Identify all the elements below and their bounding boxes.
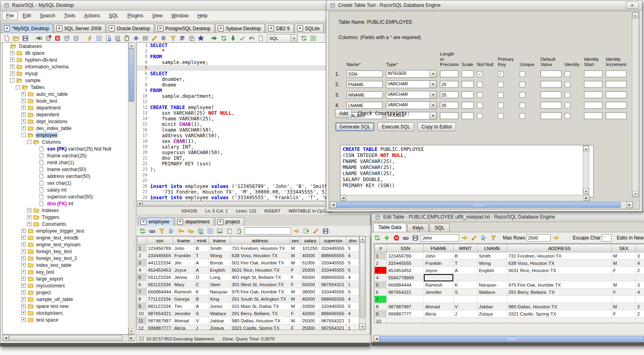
expand-icon[interactable]: +	[21, 92, 26, 96]
cell[interactable]: King	[208, 295, 230, 303]
row-number[interactable]: 8	[137, 295, 147, 303]
column-name-input[interactable]	[347, 102, 383, 109]
cell[interactable]: 1	[347, 281, 359, 288]
column-header-minit[interactable]: minit	[194, 237, 208, 245]
max-rows-input[interactable]	[526, 234, 551, 241]
tree-item-hyphen-db-test[interactable]: +hyphen-db-test	[3, 56, 128, 63]
delete-row-icon[interactable]	[392, 233, 400, 242]
close-tab-icon[interactable]: ✕	[109, 25, 115, 31]
cell[interactable]: Alicia	[424, 310, 453, 318]
cell[interactable]: Ahmad	[424, 303, 453, 310]
cell-partial[interactable]	[636, 274, 644, 281]
cell[interactable]	[477, 274, 507, 281]
cell-partial[interactable]: 3	[636, 252, 644, 260]
expand-icon[interactable]: +	[10, 71, 14, 76]
tree-item-foreign-key-test-2[interactable]: +foreign_key_test_2	[3, 255, 128, 262]
execute-sql-button[interactable]: Execute SQL	[378, 122, 414, 131]
menu-window[interactable]: Window	[167, 11, 193, 20]
cell[interactable]: 123456789	[387, 252, 424, 260]
cell[interactable]: F	[290, 266, 301, 274]
default-value-input[interactable]	[541, 91, 561, 98]
expand-icon[interactable]: +	[21, 304, 26, 308]
execute-icon[interactable]	[210, 34, 219, 43]
row-marker[interactable]: 2	[375, 260, 387, 267]
identity-checkbox[interactable]	[565, 82, 570, 87]
cell[interactable]: 987654321	[320, 324, 347, 330]
cell-partial[interactable]	[636, 296, 644, 303]
cell[interactable]: M	[290, 288, 301, 295]
identity-checkbox[interactable]	[565, 103, 570, 108]
cell[interactable]: Jabbar	[477, 303, 507, 310]
scroll-down-icon[interactable]: ▼	[359, 324, 365, 330]
identity-start-input[interactable]	[584, 102, 603, 109]
tree-vscroll-thumb[interactable]	[129, 49, 134, 102]
menu-actions[interactable]: Actions	[80, 11, 104, 20]
cell[interactable]: 25000	[301, 324, 320, 330]
tree-hscroll-thumb[interactable]	[9, 335, 122, 341]
column-type-select[interactable]: VARCHAR▼	[386, 91, 437, 99]
cell[interactable]: Jones	[208, 303, 230, 310]
chevron-down-icon[interactable]: ▼	[429, 91, 436, 98]
scroll-down-icon[interactable]: ▼	[128, 328, 134, 334]
open-file-icon[interactable]	[12, 34, 20, 43]
cell[interactable]: 333445555	[387, 260, 424, 267]
row-marker[interactable]: 5	[375, 281, 387, 289]
column-name-input[interactable]	[347, 81, 383, 88]
tree-hscrollbar[interactable]: ◀ ▶	[2, 334, 135, 341]
not-null-checkbox[interactable]	[477, 82, 483, 87]
cell-partial[interactable]: 4	[636, 289, 644, 296]
expand-icon[interactable]: +	[21, 249, 26, 254]
cell[interactable]: A	[453, 267, 477, 274]
primary-key-checkbox[interactable]	[498, 103, 504, 108]
edit-tab-sql[interactable]: SQL	[429, 223, 450, 232]
cell[interactable]	[453, 274, 477, 281]
cell[interactable]: Jabbar	[208, 317, 230, 324]
row-number[interactable]: 11	[137, 317, 147, 324]
cell[interactable]: F	[612, 289, 636, 296]
cell[interactable]: 5	[347, 266, 359, 274]
expand-icon[interactable]: +	[21, 256, 26, 260]
connection-tab-sqlite[interactable]: ✕SQLite	[295, 24, 324, 33]
cell[interactable]: Long	[208, 274, 230, 281]
cell[interactable]	[612, 318, 636, 324]
connect-icon[interactable]	[35, 34, 43, 43]
scroll-right-icon[interactable]: ▶	[584, 195, 589, 201]
collapse-icon[interactable]: -	[21, 133, 26, 137]
cell[interactable]: 638 Voss, Houston TX	[230, 252, 289, 259]
expand-icon[interactable]: +	[27, 222, 31, 226]
cell[interactable]: 4	[347, 274, 359, 281]
cell[interactable]: Jennifer	[424, 289, 453, 296]
not-null-checkbox[interactable]	[477, 113, 483, 119]
scroll-left-icon[interactable]: ◀	[137, 201, 142, 206]
scale-input[interactable]	[462, 91, 474, 98]
dialog-hscrollbar[interactable]: ◀ ▶	[330, 201, 633, 208]
cell[interactable]: M	[612, 303, 636, 310]
cell[interactable]: 987654321	[147, 310, 173, 317]
results-tab-department[interactable]: ✕department	[175, 217, 214, 226]
primary-key-icon[interactable]	[177, 227, 185, 235]
align-sql-icon[interactable]	[159, 34, 168, 43]
row-number[interactable]: 10	[137, 310, 147, 317]
cell[interactable]: 441122334	[147, 259, 173, 266]
cell[interactable]: K	[453, 281, 477, 289]
cell[interactable]: D	[194, 274, 208, 281]
sql-hscrollbar[interactable]: ◀ ▶	[340, 195, 590, 201]
dialog-hscroll-thumb[interactable]	[336, 202, 621, 208]
expand-icon[interactable]: +	[21, 297, 26, 301]
insert-row-icon[interactable]	[383, 233, 391, 242]
copy-to-editor-button[interactable]: Copy to Editor	[417, 122, 456, 131]
row-number[interactable]: 5	[137, 274, 147, 281]
tree-item-constraints[interactable]: +Constraints	[3, 221, 128, 227]
tree-item-columns[interactable]: -Columns	[3, 138, 128, 145]
unique-checkbox[interactable]	[520, 71, 525, 77]
menu-plugins[interactable]: Plugins	[124, 11, 147, 20]
identity-increment-input[interactable]	[606, 91, 627, 98]
scale-input[interactable]	[462, 70, 474, 77]
scale-input[interactable]	[462, 112, 474, 119]
cell[interactable]: Wong	[477, 260, 507, 267]
cell[interactable]: 5	[347, 288, 359, 295]
cell[interactable]: Zelaya	[477, 310, 507, 318]
tree-item-employee[interactable]: -employee	[3, 132, 128, 138]
tree-item-auto-inc-table[interactable]: +auto_inc_table	[3, 91, 128, 97]
column-header-sex[interactable]: sex	[290, 237, 301, 245]
